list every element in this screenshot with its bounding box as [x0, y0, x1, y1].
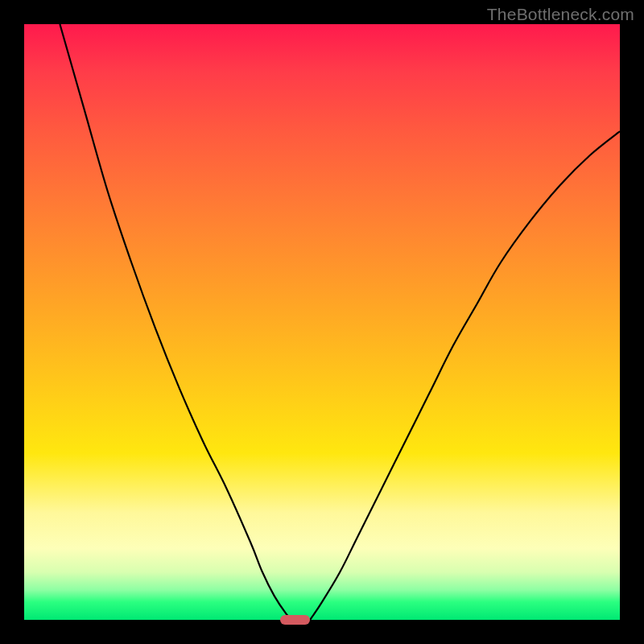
plot-area	[24, 24, 620, 620]
bottleneck-curve	[24, 24, 620, 620]
curve-right-branch	[310, 131, 620, 620]
watermark-text: TheBottleneck.com	[487, 5, 634, 24]
chart-frame: TheBottleneck.com	[0, 0, 644, 644]
minimum-marker	[280, 615, 310, 625]
curve-left-branch	[60, 24, 292, 620]
